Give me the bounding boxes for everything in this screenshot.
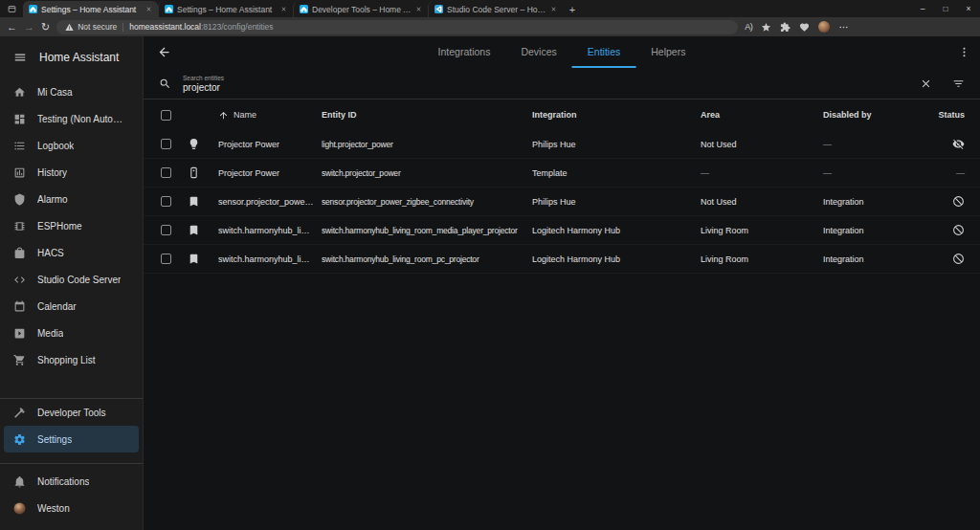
browser-tab[interactable]: Studio Code Server – Home Assi — [428, 1, 563, 17]
table-row[interactable]: switch.harmonyhub_living_room_media_play… — [144, 216, 980, 245]
search-input[interactable] — [183, 82, 920, 93]
column-area[interactable]: Area — [701, 110, 823, 120]
filter-icon[interactable] — [952, 77, 965, 90]
sidebar-item-label: Logbook — [37, 141, 74, 151]
sidebar-item-label: Media — [37, 328, 63, 339]
close-button[interactable]: × — [957, 0, 980, 17]
close-icon[interactable] — [415, 6, 422, 12]
column-disabled-by[interactable]: Disabled by — [823, 110, 936, 120]
tab-actions-icon[interactable] — [0, 0, 23, 17]
entity-status — [936, 253, 980, 265]
tab-helpers[interactable]: Helpers — [635, 36, 701, 68]
table-row[interactable]: Projector Powerswitch.projector_powerTem… — [144, 159, 980, 188]
read-aloud-icon[interactable]: A) — [745, 22, 752, 32]
row-checkbox[interactable] — [161, 139, 171, 149]
row-checkbox[interactable] — [161, 254, 171, 264]
browser-tab[interactable]: Settings – Home Assistant — [23, 1, 158, 17]
refresh-icon[interactable]: ↻ — [41, 22, 50, 33]
row-checkbox[interactable] — [161, 225, 171, 235]
sidebar-item-media[interactable]: Media — [4, 320, 139, 346]
sidebar-item-history[interactable]: History — [4, 159, 139, 186]
row-checkbox-cell — [144, 139, 188, 149]
sidebar-item-logbook[interactable]: Logbook — [4, 132, 139, 159]
entity-name: switch.harmonyhub_living_room_pc_project… — [218, 254, 322, 264]
sidebar-item-settings[interactable]: Settings — [4, 426, 139, 453]
browser-tab[interactable]: Developer Tools – Home Assistan — [293, 1, 428, 17]
main-content: IntegrationsDevicesEntitiesHelpers Searc… — [144, 36, 980, 530]
favorites-star-icon[interactable] — [761, 22, 771, 33]
tab-entities[interactable]: Entities — [572, 36, 635, 68]
forward-nav-icon[interactable]: → — [24, 22, 34, 33]
row-checkbox-cell — [144, 254, 188, 264]
entity-area: Living Room — [701, 254, 823, 264]
entity-status — [936, 138, 980, 150]
sidebar-item-label: ESPHome — [37, 221, 82, 232]
extensions-puzzle-icon[interactable] — [780, 22, 791, 33]
minimize-button[interactable]: – — [911, 0, 934, 17]
browser-tabs: Settings – Home AssistantSettings – Home… — [23, 0, 563, 17]
sidebar-item-shopping-list[interactable]: Shopping List — [4, 346, 139, 373]
table-row[interactable]: switch.harmonyhub_living_room_pc_project… — [144, 245, 980, 274]
table-header: Name Entity ID Integration Area Disabled… — [144, 99, 980, 130]
new-tab-button[interactable]: + — [563, 1, 582, 17]
entity-id: switch.projector_power — [322, 168, 532, 178]
browser-tab[interactable]: Settings – Home Assistant — [158, 1, 293, 17]
warning-icon — [65, 23, 74, 32]
entity-integration: Template — [532, 168, 701, 178]
sidebar-item-weston[interactable]: Weston — [4, 495, 139, 521]
clear-search-icon[interactable] — [920, 77, 932, 90]
sidebar-item-mi-casa[interactable]: Mi Casa — [4, 78, 139, 105]
close-icon[interactable] — [550, 6, 557, 12]
sidebar-item-calendar[interactable]: Calendar — [4, 293, 139, 320]
url-host: homeassistant.local — [129, 22, 201, 32]
status-text: — — [956, 168, 965, 178]
address-bar[interactable]: Not secure homeassistant.local:8123/conf… — [56, 20, 738, 34]
sidebar-item-hacs[interactable]: HACS — [4, 239, 139, 266]
hammer-icon — [13, 407, 26, 419]
row-checkbox[interactable] — [161, 196, 171, 207]
column-name[interactable]: Name — [218, 110, 322, 121]
sidebar-item-testing-non-automatic[interactable]: Testing (Non Automatic) — [4, 105, 139, 132]
sidebar-item-studio-code-server[interactable]: Studio Code Server — [4, 266, 139, 293]
sidebar-item-label: Alarmo — [37, 194, 68, 205]
entity-integration: Philips Hue — [532, 197, 701, 207]
sidebar-item-developer-tools[interactable]: Developer Tools — [4, 399, 139, 426]
back-nav-icon[interactable]: ← — [7, 22, 17, 33]
entity-integration: Logitech Harmony Hub — [532, 254, 701, 264]
list-icon — [13, 140, 26, 152]
entity-name: Projector Power — [218, 168, 322, 178]
menu-hamburger-icon[interactable] — [13, 51, 27, 64]
browser-essentials-icon[interactable] — [799, 22, 810, 33]
search-field: Search entities — [183, 75, 920, 93]
table-row[interactable]: Projector Powerlight.projector_powerPhil… — [144, 130, 980, 159]
entity-name: Projector Power — [218, 140, 322, 149]
sidebar-item-notifications[interactable]: Notifications — [4, 468, 139, 495]
browser-menu-dots-icon[interactable] — [838, 22, 849, 33]
column-entity-id[interactable]: Entity ID — [322, 110, 532, 120]
sidebar-item-label: Shopping List — [37, 355, 96, 365]
entity-id: switch.harmonyhub_living_room_pc_project… — [322, 254, 532, 264]
table-row[interactable]: sensor.projector_power_zigbee_connectivi… — [144, 188, 980, 216]
back-arrow-icon[interactable] — [157, 45, 171, 59]
tab-integrations[interactable]: Integrations — [423, 36, 506, 68]
row-checkbox-cell — [144, 167, 188, 178]
browser-profile-avatar[interactable] — [818, 21, 830, 33]
close-icon[interactable] — [280, 6, 287, 12]
sidebar-item-esphome[interactable]: ESPHome — [4, 212, 139, 239]
column-status[interactable]: Status — [936, 110, 980, 120]
tab-label: Helpers — [651, 46, 685, 57]
url-path: :8123/config/entities — [201, 22, 274, 32]
browser-window: Settings – Home AssistantSettings – Home… — [0, 0, 980, 36]
column-integration[interactable]: Integration — [532, 110, 701, 120]
entity-icon-cell — [188, 166, 218, 179]
header-checkbox-cell — [144, 110, 188, 121]
select-all-checkbox[interactable] — [161, 110, 171, 121]
row-checkbox[interactable] — [161, 167, 171, 178]
close-icon[interactable] — [145, 6, 152, 12]
tab-devices[interactable]: Devices — [505, 36, 571, 68]
security-badge[interactable]: Not secure — [65, 22, 117, 32]
overflow-menu-icon[interactable] — [958, 46, 970, 58]
home-icon — [13, 86, 26, 99]
maximize-button[interactable]: □ — [934, 0, 957, 17]
sidebar-item-alarmo[interactable]: Alarmo — [4, 186, 139, 212]
